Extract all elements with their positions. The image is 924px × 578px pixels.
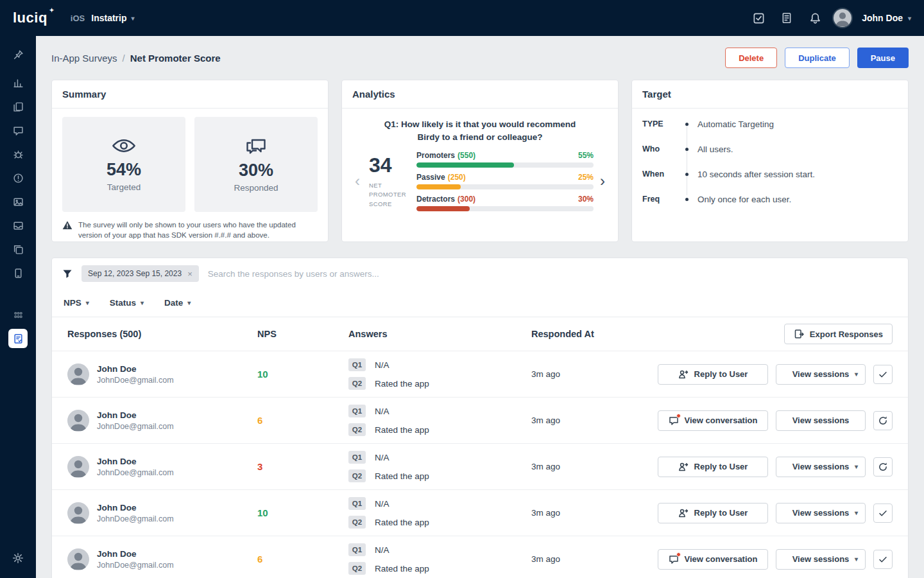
overview-icon[interactable]	[8, 73, 28, 92]
view-conversation-button[interactable]: View conversation	[658, 549, 768, 570]
breadcrumb: In-App Surveys / Net Promoter Score	[51, 53, 221, 64]
reports-icon[interactable]	[8, 97, 28, 116]
responded-at: 3m ago	[531, 462, 658, 471]
analytics-card: Analytics Q1: How likely is it that you …	[341, 80, 619, 242]
duplicate-button[interactable]: Duplicate	[785, 48, 850, 68]
table-row: John Doe JohnDoe@gmail.com 10 Q1N/A Q2Ra…	[52, 351, 908, 397]
delete-button[interactable]: Delete	[725, 48, 777, 68]
duplicates-icon[interactable]	[8, 240, 28, 259]
status-filter-dropdown[interactable]: Status▾	[110, 298, 144, 308]
view-sessions-button[interactable]: View sessions	[776, 410, 866, 431]
date-range-label: Sep 12, 2023 Sep 15, 2023	[88, 269, 182, 278]
user-name: John Doe	[97, 503, 174, 512]
chevron-down-icon: ▾	[908, 15, 911, 22]
crashes-icon[interactable]	[8, 168, 28, 188]
responded-at: 3m ago	[531, 508, 658, 518]
q1-answer: N/A	[375, 407, 389, 416]
unread-dot	[676, 414, 681, 418]
chevron-down-icon: ▾	[855, 509, 858, 516]
devices-icon[interactable]	[8, 263, 28, 283]
surveys-icon[interactable]	[8, 329, 28, 348]
main-content: In-App Surveys / Net Promoter Score Dele…	[36, 36, 924, 578]
chevron-down-icon: ▾	[855, 556, 858, 563]
eye-icon	[112, 137, 136, 155]
date-filter-dropdown[interactable]: Date▾	[164, 298, 191, 308]
feedback-icon[interactable]	[8, 121, 28, 140]
answers-header: Answers	[348, 329, 531, 339]
view-sessions-button[interactable]: View sessions▾	[776, 457, 866, 477]
breadcrumb-parent[interactable]: In-App Surveys	[51, 53, 117, 64]
nps-value: 10	[257, 507, 348, 518]
inbox-icon[interactable]	[8, 216, 28, 235]
releases-icon[interactable]	[748, 7, 769, 29]
bug-icon[interactable]	[8, 144, 28, 164]
responded-at: 3m ago	[531, 416, 658, 425]
q2-answer: Rated the app	[375, 564, 429, 574]
detractors-pct: 30%	[578, 195, 594, 204]
apps-grid-icon[interactable]	[8, 305, 28, 324]
chevron-left-icon[interactable]: ‹	[352, 173, 363, 189]
reply-to-user-button[interactable]: Reply to User	[658, 457, 768, 477]
reopen-refresh-button[interactable]	[873, 411, 893, 430]
warning-icon	[62, 220, 73, 230]
q2-tag: Q2	[348, 377, 366, 390]
media-icon[interactable]	[8, 192, 28, 211]
logo-text: luciq	[13, 10, 47, 26]
reply-to-user-button[interactable]: Reply to User	[658, 364, 768, 385]
target-title: Target	[632, 80, 908, 109]
logo[interactable]: luciq ✦	[13, 10, 54, 26]
user-menu[interactable]: John Doe ▾	[862, 13, 911, 23]
sdk-warning-text: The survey will only be shown to your us…	[78, 220, 318, 240]
reopen-refresh-button[interactable]	[873, 457, 893, 477]
q1-answer: N/A	[375, 360, 389, 370]
q2-tag: Q2	[348, 469, 366, 482]
chevron-down-icon: ▾	[141, 299, 144, 306]
user-avatar[interactable]	[832, 8, 853, 28]
q1-answer: N/A	[375, 545, 389, 555]
nps-filter-dropdown[interactable]: NPS▾	[64, 298, 89, 308]
view-sessions-button[interactable]: View sessions▾	[776, 364, 866, 385]
responses-header: Responses (500)	[67, 329, 257, 339]
resolve-check-button[interactable]	[873, 365, 893, 384]
chevron-right-icon[interactable]: ›	[597, 173, 608, 189]
q2-tag: Q2	[348, 516, 366, 529]
pin-icon[interactable]	[8, 45, 28, 64]
user-email: JohnDoe@gmail.com	[97, 514, 174, 523]
user-email: JohnDoe@gmail.com	[97, 468, 174, 477]
notifications-bell-icon[interactable]	[804, 7, 826, 29]
q1-answer: N/A	[375, 453, 389, 462]
sidebar	[0, 36, 36, 578]
target-row-freq: Freq Only once for each user.	[642, 193, 898, 204]
search-input[interactable]	[208, 269, 898, 279]
avatar	[67, 410, 89, 432]
passive-label: Passive	[416, 173, 445, 182]
close-icon[interactable]: ×	[187, 269, 193, 279]
date-range-chip[interactable]: Sep 12, 2023 Sep 15, 2023 ×	[81, 265, 199, 282]
reply-to-user-button[interactable]: Reply to User	[658, 503, 768, 523]
responded-stat: 30% Responded	[194, 117, 318, 212]
view-sessions-button[interactable]: View sessions▾	[776, 549, 866, 570]
q1-tag: Q1	[348, 497, 366, 510]
targeted-value: 54%	[107, 160, 141, 180]
filter-funnel-icon[interactable]	[62, 269, 73, 279]
nps-value: 6	[257, 415, 348, 426]
docs-icon[interactable]	[776, 7, 798, 29]
q1-tag: Q1	[348, 358, 366, 371]
q2-answer: Rated the app	[375, 425, 429, 435]
export-responses-button[interactable]: Export Responses	[784, 324, 893, 344]
resolve-check-button[interactable]	[873, 504, 893, 523]
logo-star-icon: ✦	[49, 7, 55, 13]
promoters-label: Promoters	[416, 151, 455, 160]
view-conversation-button[interactable]: View conversation	[658, 410, 768, 431]
nps-score-block: 34 NET PROMOTER SCORE	[365, 153, 414, 209]
summary-title: Summary	[52, 80, 328, 109]
avatar	[67, 363, 89, 385]
conversation-icon	[669, 554, 679, 565]
settings-gear-icon[interactable]	[8, 548, 28, 568]
pause-button[interactable]: Pause	[857, 48, 909, 68]
bullet-icon	[680, 168, 694, 176]
view-sessions-button[interactable]: View sessions▾	[776, 503, 866, 523]
app-switcher[interactable]: Instatrip ▾	[91, 13, 134, 23]
resolve-check-button[interactable]	[873, 550, 893, 569]
q1-tag: Q1	[348, 405, 366, 417]
